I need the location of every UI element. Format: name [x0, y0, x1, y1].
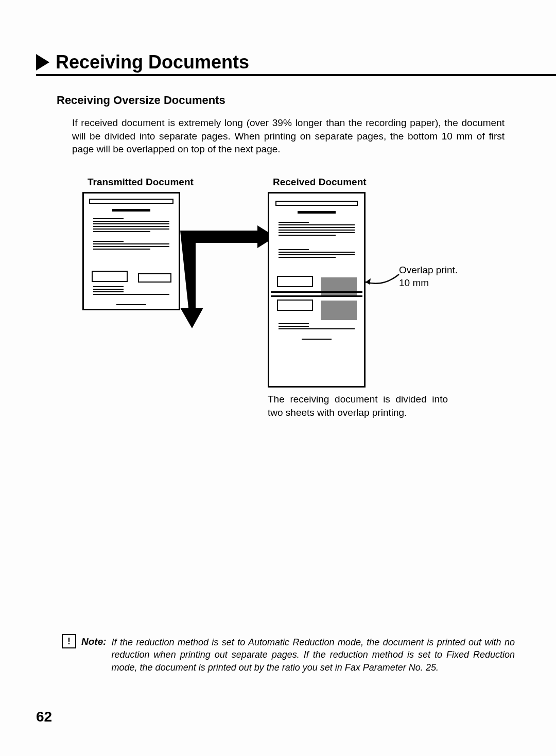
- triangle-icon: [36, 54, 49, 71]
- horizontal-rule: [36, 74, 556, 76]
- arrow-icon: [175, 225, 278, 333]
- body-paragraph: If received document is extremely long (…: [72, 116, 505, 156]
- overlap-line1: Overlap print.: [399, 265, 458, 275]
- transmitted-doc: [82, 192, 180, 310]
- diagram: Transmitted Document Received Document: [82, 177, 505, 424]
- page-title: Receiving Documents: [56, 51, 249, 73]
- note-icon-symbol: !: [67, 636, 71, 647]
- note-label: Note:: [81, 636, 107, 647]
- page-number: 62: [36, 709, 52, 725]
- overlap-annotation: Overlap print. 10 mm: [399, 264, 458, 289]
- note-text: If the reduction method is set to Automa…: [112, 636, 515, 674]
- note-icon: !: [62, 634, 76, 648]
- page-content: Receiving Documents Receiving Oversize D…: [0, 0, 556, 756]
- received-label: Received Document: [273, 177, 367, 188]
- note-block: ! Note: If the reduction method is set t…: [62, 636, 515, 674]
- diagram-caption: The receiving document is divided into t…: [268, 393, 448, 419]
- transmitted-label: Transmitted Document: [88, 177, 194, 188]
- overlap-line2: 10 mm: [399, 277, 429, 288]
- section-title: Receiving Oversize Documents: [57, 94, 525, 107]
- heading-row: Receiving Documents: [36, 51, 525, 73]
- annotation-arrow-icon: [360, 274, 402, 290]
- received-doc: [268, 192, 366, 388]
